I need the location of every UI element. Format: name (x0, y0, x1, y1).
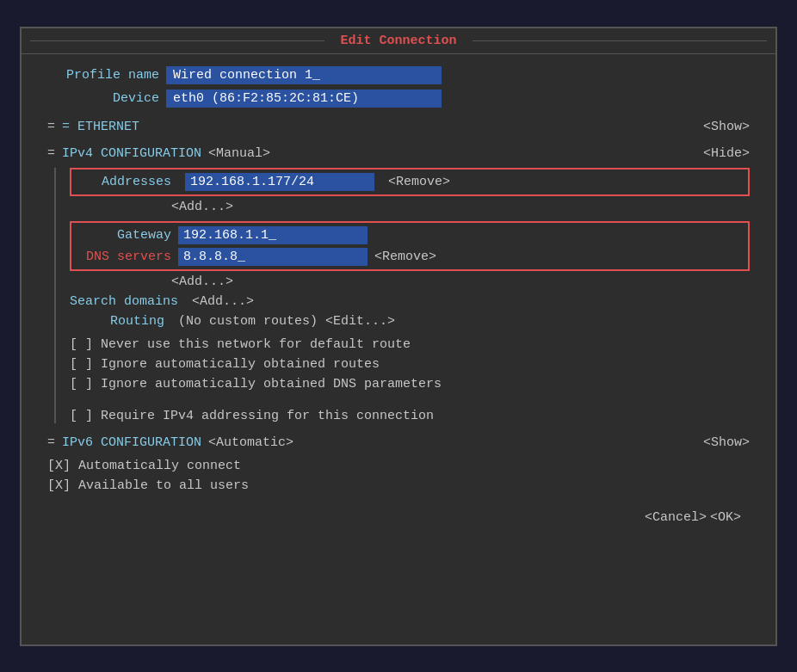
gateway-dns-box: Gateway 192.168.1.1_ DNS servers 8.8.8.8… (70, 221, 750, 271)
dns-add[interactable]: <Add...> (171, 274, 233, 289)
terminal-window: Edit Connection Profile name Wired conne… (20, 27, 777, 646)
checkbox2[interactable]: [ ] Ignore automatically obtained routes (70, 357, 380, 372)
addresses-box: Addresses 192.168.1.177/24 <Remove> (70, 168, 750, 196)
routing-label: Routing (70, 314, 164, 329)
checkbox3[interactable]: [ ] Ignore automatically obtained DNS pa… (70, 377, 442, 391)
routing-row: Routing (No custom routes) <Edit...> (70, 314, 750, 329)
dns-row: DNS servers 8.8.8.8_ <Remove> (77, 248, 743, 266)
ipv6-mode[interactable]: <Automatic> (208, 435, 293, 450)
dns-add-row: <Add...> (171, 274, 750, 289)
profile-label: Profile name (47, 68, 159, 83)
ok-button[interactable]: <OK> (710, 510, 741, 525)
ipv6-label: IPv6 CONFIGURATION (62, 435, 201, 450)
available-users-label[interactable]: [X] Available to all users (47, 478, 249, 493)
checkbox4-row: [ ] Require IPv4 addressing for this con… (70, 409, 750, 423)
checkbox4[interactable]: [ ] Require IPv4 addressing for this con… (70, 409, 434, 423)
device-row: Device eth0 (86:F2:85:2C:81:CE) (47, 89, 750, 108)
addresses-label: Addresses (77, 175, 171, 189)
addresses-add-row: <Add...> (171, 200, 750, 214)
dns-remove[interactable]: <Remove> (374, 250, 436, 264)
auto-connect-row: [X] Automatically connect (47, 459, 750, 473)
available-users-row: [X] Available to all users (47, 478, 750, 493)
device-label: Device (47, 91, 159, 106)
ipv6-equals: = (47, 435, 55, 450)
ethernet-section-header: = = ETHERNET <Show> (47, 120, 750, 134)
checkbox1-row: [ ] Never use this network for default r… (70, 337, 750, 352)
ipv6-section: = IPv6 CONFIGURATION <Automatic> <Show> (47, 435, 750, 450)
ipv4-content: Addresses 192.168.1.177/24 <Remove> <Add… (54, 168, 750, 423)
gateway-label: Gateway (77, 228, 171, 243)
device-value[interactable]: eth0 (86:F2:85:2C:81:CE) (166, 89, 442, 108)
gateway-value[interactable]: 192.168.1.1_ (178, 226, 368, 244)
cancel-button[interactable]: <Cancel> (645, 510, 707, 525)
routing-value[interactable]: (No custom routes) <Edit...> (178, 314, 395, 329)
addresses-add[interactable]: <Add...> (171, 200, 233, 214)
ethernet-equals: = (47, 120, 55, 134)
profile-value[interactable]: Wired connection 1_ (166, 66, 442, 84)
search-domains-label: Search domains (70, 294, 178, 309)
dns-value[interactable]: 8.8.8.8_ (178, 248, 368, 266)
profile-row: Profile name Wired connection 1_ (47, 66, 750, 84)
addresses-value[interactable]: 192.168.1.177/24 (185, 173, 374, 191)
bottom-buttons: <Cancel> <OK> (47, 510, 750, 525)
auto-connect-section: [X] Automatically connect [X] Available … (47, 459, 750, 493)
checkbox1[interactable]: [ ] Never use this network for default r… (70, 337, 411, 352)
ipv4-mode[interactable]: <Manual> (208, 146, 270, 161)
ipv6-section-header: = IPv6 CONFIGURATION <Automatic> <Show> (47, 435, 750, 450)
content-area: Profile name Wired connection 1_ Device … (22, 54, 775, 542)
dns-label: DNS servers (77, 250, 171, 264)
checkbox2-row: [ ] Ignore automatically obtained routes (70, 357, 750, 372)
ipv6-show[interactable]: <Show> (703, 435, 750, 450)
auto-connect-label[interactable]: [X] Automatically connect (47, 459, 241, 473)
addresses-remove[interactable]: <Remove> (388, 175, 450, 189)
ethernet-show[interactable]: <Show> (703, 120, 750, 134)
ipv4-hide[interactable]: <Hide> (703, 146, 750, 161)
title-bar: Edit Connection (22, 28, 775, 54)
ipv4-equals: = (47, 146, 55, 161)
ipv4-section-header: = IPv4 CONFIGURATION <Manual> <Hide> (47, 146, 750, 161)
window-title: Edit Connection (333, 34, 463, 48)
ethernet-label: = ETHERNET (62, 120, 139, 134)
search-domains-row: Search domains <Add...> (70, 294, 750, 309)
search-domains-add[interactable]: <Add...> (192, 294, 254, 309)
gateway-row: Gateway 192.168.1.1_ (77, 226, 743, 244)
ipv4-label: IPv4 CONFIGURATION (62, 146, 201, 161)
checkbox3-row: [ ] Ignore automatically obtained DNS pa… (70, 377, 750, 391)
